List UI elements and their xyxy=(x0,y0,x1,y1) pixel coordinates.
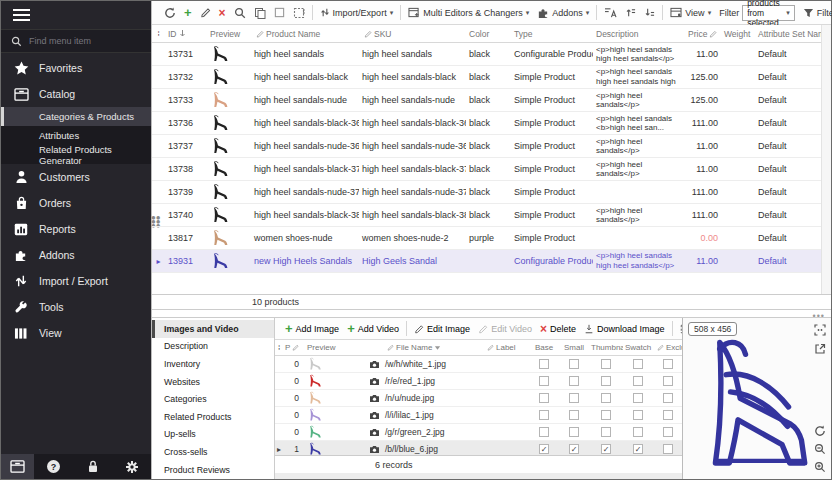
small-checkbox[interactable] xyxy=(569,427,579,437)
sidebar-item-orders[interactable]: Orders xyxy=(1,190,151,216)
lock-button[interactable] xyxy=(73,460,112,473)
sidebar-item-customers[interactable]: Customers xyxy=(1,164,151,190)
exclude-checkbox[interactable] xyxy=(663,427,673,437)
base-checkbox[interactable] xyxy=(539,410,549,420)
product-row[interactable]: 13817women shoes-nudewomen shoes-nude-2p… xyxy=(152,227,821,250)
sidebar-item-tools[interactable]: Tools xyxy=(1,294,151,320)
exclude-checkbox[interactable] xyxy=(663,393,673,403)
product-row[interactable]: 13732high heel sandals-blackhigh heel sa… xyxy=(152,66,821,89)
edit-image-button[interactable]: Edit Image xyxy=(410,324,474,334)
sidebar-item-reports[interactable]: Reports xyxy=(1,216,151,242)
tab-product-reviews[interactable]: Product Reviews xyxy=(152,461,274,479)
images-grid-header[interactable]: ⁞ P Preview File Name Label Base Small T… xyxy=(275,340,682,356)
tab-description[interactable]: Description xyxy=(152,338,274,356)
hamburger-menu-button[interactable] xyxy=(1,1,151,29)
swatch-checkbox[interactable] xyxy=(633,410,643,420)
delete-image-button[interactable]: ×Delete xyxy=(536,323,580,335)
small-checkbox[interactable] xyxy=(569,393,579,403)
product-row[interactable]: 13738high heel sandals-black-37high heel… xyxy=(152,158,821,181)
thumbnail-checkbox[interactable] xyxy=(601,410,611,420)
search-button[interactable] xyxy=(230,4,250,22)
product-row[interactable]: 13736high heel sandals-black-36high heel… xyxy=(152,112,821,135)
image-row[interactable]: ▸1/b/l/blue_6.jpg✓✓✓✓ xyxy=(275,441,682,455)
tab-websites[interactable]: Websites xyxy=(152,373,274,391)
swatch-checkbox[interactable] xyxy=(633,376,643,386)
small-checkbox[interactable] xyxy=(569,359,579,369)
delete-product-button[interactable]: × xyxy=(215,4,230,22)
base-checkbox[interactable] xyxy=(539,393,549,403)
refresh-button[interactable] xyxy=(160,4,180,22)
panel-splitter[interactable]: ••• xyxy=(152,310,831,317)
product-row[interactable]: 13731high heel sandalshigh heel sandalsb… xyxy=(152,43,821,66)
download-image-button[interactable]: Download Image xyxy=(580,324,669,334)
open-external-button[interactable] xyxy=(813,342,826,355)
import-export-menu[interactable]: Import/Export▾ xyxy=(316,4,398,22)
product-row[interactable]: 13733high heel sandals-nudehigh heel san… xyxy=(152,89,821,112)
sidebar-item-related-products-generator[interactable]: Related Products Generator xyxy=(1,145,151,164)
multi-editors-menu[interactable]: Multi Editors & Changers▾ xyxy=(404,4,533,22)
swatch-checkbox[interactable] xyxy=(633,359,643,369)
small-checkbox[interactable] xyxy=(569,376,579,386)
exclude-checkbox[interactable] xyxy=(663,444,673,454)
product-row[interactable]: 13740high heel sandals-black-38high heel… xyxy=(152,204,821,227)
swatch-checkbox[interactable]: ✓ xyxy=(633,444,643,454)
view-menu[interactable]: View▾ xyxy=(666,4,715,22)
sidebar-item-catalog[interactable]: Catalog xyxy=(1,81,151,107)
product-row[interactable]: 13737high heel sandals-nude-36high heel … xyxy=(152,135,821,158)
filter-select[interactable]: Show products from selected categories ▾ xyxy=(742,5,795,21)
products-grid-header[interactable]: ⁞ ID Preview Product Name SKU Color Type… xyxy=(152,25,821,43)
tab-categories[interactable]: Categories xyxy=(152,390,274,408)
settings-button[interactable] xyxy=(112,460,151,474)
edit-product-button[interactable] xyxy=(196,4,215,22)
menu-search-input[interactable] xyxy=(29,36,129,46)
image-row[interactable]: 0/l/i/lilac_1.jpg xyxy=(275,407,682,424)
filters-menu[interactable]: Filters▾ xyxy=(799,4,832,22)
thumbnail-checkbox[interactable] xyxy=(601,393,611,403)
sidebar-item-view[interactable]: View xyxy=(1,320,151,346)
thumbnail-checkbox[interactable]: ✓ xyxy=(601,444,611,454)
tab-inventory[interactable]: Inventory xyxy=(152,355,274,373)
tab-up-sells[interactable]: Up-sells xyxy=(152,426,274,444)
thumbnail-checkbox[interactable] xyxy=(601,427,611,437)
base-checkbox[interactable]: ✓ xyxy=(539,444,549,454)
sidebar-item-categories-products[interactable]: Categories & Products xyxy=(1,107,151,126)
copy-button[interactable] xyxy=(250,4,270,22)
thumbnail-checkbox[interactable] xyxy=(601,376,611,386)
tab-related-products[interactable]: Related Products xyxy=(152,408,274,426)
image-row[interactable]: 0/w/h/white_1.jpg xyxy=(275,356,682,373)
sidebar-item-addons[interactable]: Addons xyxy=(1,242,151,268)
swatch-checkbox[interactable] xyxy=(633,393,643,403)
addons-menu[interactable]: Addons▾ xyxy=(533,4,593,22)
collapse-rows-button[interactable] xyxy=(640,4,659,22)
small-checkbox[interactable] xyxy=(569,410,579,420)
zoom-in-button[interactable] xyxy=(813,460,826,473)
image-row[interactable]: 0/r/e/red_1.jpg xyxy=(275,373,682,390)
base-checkbox[interactable] xyxy=(539,376,549,386)
small-checkbox[interactable]: ✓ xyxy=(569,444,579,454)
select-button[interactable] xyxy=(270,4,289,22)
catalog-shortcut-button[interactable] xyxy=(1,454,34,479)
tab-cross-sells[interactable]: Cross-sells xyxy=(152,443,274,461)
product-row[interactable]: ▸13931new High Heels SandalsHigh Geels S… xyxy=(152,250,821,273)
multi-select-button[interactable] xyxy=(289,4,309,22)
sidebar-item-attributes[interactable]: Attributes xyxy=(1,126,151,145)
exclude-checkbox[interactable] xyxy=(663,359,673,369)
base-checkbox[interactable] xyxy=(539,359,549,369)
help-button[interactable]: ? xyxy=(34,460,73,473)
vertical-scrollbar[interactable] xyxy=(821,25,831,294)
add-video-button[interactable]: +Add Video xyxy=(343,322,403,335)
actual-size-button[interactable] xyxy=(813,323,826,336)
exclude-checkbox[interactable] xyxy=(663,376,673,386)
image-row[interactable]: 0/n/u/nude.jpg xyxy=(275,390,682,407)
add-product-button[interactable]: + xyxy=(180,4,196,22)
sidebar-item-favorites[interactable]: Favorites xyxy=(1,55,151,81)
sidebar-item-import-export[interactable]: Import / Export xyxy=(1,268,151,294)
edit-video-button[interactable]: Edit Video xyxy=(474,324,536,334)
base-checkbox[interactable] xyxy=(539,427,549,437)
tab-images-and-video[interactable]: Images and Video xyxy=(152,320,274,338)
add-image-button[interactable]: +Add Image xyxy=(281,322,343,335)
thumbnail-checkbox[interactable] xyxy=(601,359,611,369)
rotate-button[interactable] xyxy=(813,424,826,437)
exclude-checkbox[interactable] xyxy=(663,410,673,420)
expand-rows-button[interactable] xyxy=(621,4,640,22)
